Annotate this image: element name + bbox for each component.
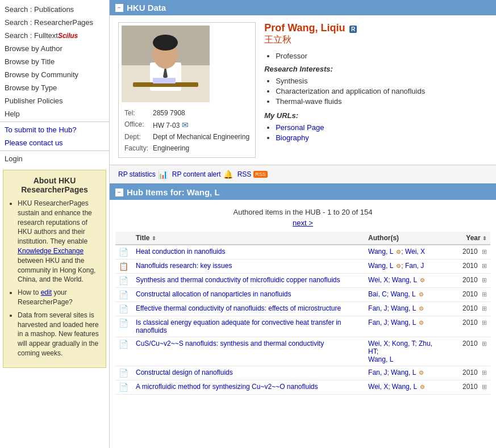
personal-page-link[interactable]: Personal Page bbox=[276, 123, 324, 132]
collapse-hku-data-icon[interactable]: − bbox=[115, 4, 123, 12]
collapse-hub-icon[interactable]: − bbox=[115, 189, 123, 196]
rp-content-alert-item[interactable]: RP content alert 🔔 bbox=[172, 170, 233, 179]
row-title-5: Effective thermal conductivity of nanofl… bbox=[132, 302, 365, 316]
item-title-link-5[interactable]: Effective thermal conductivity of nanofl… bbox=[136, 304, 341, 312]
doc-icon: 📄 bbox=[119, 248, 128, 257]
col-icon-header bbox=[115, 232, 132, 245]
table-row: 📋 Nanofluids research: key issues Wang, … bbox=[115, 259, 490, 274]
sidebar: Search : Publications Search : Researche… bbox=[0, 0, 110, 448]
items-table: Title ⇕ Author(s) Year ⇕ 📄 bbox=[115, 232, 490, 395]
author-link-8b[interactable]: Wang, L bbox=[391, 369, 416, 376]
sidebar-item-browse-community[interactable]: Browse by Community bbox=[0, 68, 109, 81]
svg-point-5 bbox=[153, 35, 178, 51]
export-icon-4[interactable]: ⊞ bbox=[482, 291, 487, 298]
sidebar-item-browse-author[interactable]: Browse by Author bbox=[0, 42, 109, 55]
export-icon-3[interactable]: ⊞ bbox=[482, 277, 487, 283]
author-link-7b[interactable]: Kong, T bbox=[392, 340, 415, 347]
profile-photo bbox=[122, 26, 210, 102]
sidebar-item-login[interactable]: Login bbox=[0, 152, 109, 165]
row-authors-8: Fan, J; Wang, L ⚙ bbox=[365, 366, 445, 380]
sidebar-item-submit-hub[interactable]: To submit to the Hub? bbox=[0, 123, 109, 136]
table-row: 📄 Synthesis and thermal conductivity of … bbox=[115, 274, 490, 288]
author-icon-5: ⚙ bbox=[419, 305, 424, 312]
export-icon-7[interactable]: ⊞ bbox=[482, 340, 487, 347]
author-link-4b[interactable]: Wang, L bbox=[390, 290, 415, 298]
about-box-title: About HKU ResearcherPages bbox=[9, 176, 100, 194]
author-link-7d[interactable]: Wang, L bbox=[368, 355, 393, 363]
author-link-3a[interactable]: Wei, X bbox=[368, 276, 388, 284]
office-map-icon[interactable]: ✉ bbox=[182, 120, 189, 129]
sidebar-item-search-fulltext[interactable]: Search : FulltextSciIus bbox=[0, 29, 109, 42]
row-icon-3: 📄 bbox=[115, 274, 132, 288]
author-link-5b[interactable]: Wang, L bbox=[391, 304, 416, 312]
rp-statistics-item[interactable]: RP statistics 📊 bbox=[118, 170, 168, 179]
author-link-6b[interactable]: Wang, L bbox=[391, 319, 416, 326]
sidebar-item-publisher-policies[interactable]: Publisher Policies bbox=[0, 94, 109, 107]
row-authors-7: Wei, X; Kong, T; Zhu, HT;Wang, L bbox=[365, 337, 445, 366]
col-year-header[interactable]: Year ⇕ bbox=[445, 232, 490, 245]
item-title-link-1[interactable]: Heat conduction in nanofluids bbox=[136, 248, 225, 256]
about-item-2: How to edit your ResearcherPage? bbox=[18, 288, 100, 307]
sidebar-item-search-publications[interactable]: Search : Publications bbox=[0, 3, 109, 16]
table-row: 📄 CuS/Cu~v2~~S nanofluids: synthesis and… bbox=[115, 337, 490, 366]
my-urls-label: My URLs: bbox=[264, 111, 487, 120]
export-icon-8[interactable]: ⊞ bbox=[482, 369, 487, 376]
author-link-6a[interactable]: Fan, J bbox=[368, 319, 387, 326]
author-link-8a[interactable]: Fan, J bbox=[368, 369, 387, 376]
table-row: 📄 Effective thermal conductivity of nano… bbox=[115, 302, 490, 316]
export-icon-5[interactable]: ⊞ bbox=[482, 305, 487, 312]
author-link-3b[interactable]: Wang, L bbox=[392, 276, 417, 284]
row-title-3: Synthesis and thermal conductivity of mi… bbox=[132, 274, 365, 288]
author-link-9a[interactable]: Wei, X bbox=[368, 383, 388, 391]
biography-link[interactable]: Biography bbox=[276, 133, 309, 142]
sidebar-item-help[interactable]: Help bbox=[0, 107, 109, 120]
table-row: 📄 Constructal design of nanofluids Fan, … bbox=[115, 366, 490, 380]
interest-2: Characterization and application of nano… bbox=[276, 87, 487, 95]
item-title-link-7[interactable]: CuS/Cu~v2~~S nanofluids: synthesis and t… bbox=[136, 340, 324, 347]
hub-items-count: Authored items in the HUB - 1 to 20 of 1… bbox=[115, 204, 490, 219]
author-icon-6: ⚙ bbox=[419, 320, 424, 326]
author-link-5a[interactable]: Fan, J bbox=[368, 304, 387, 312]
col-title-header[interactable]: Title ⇕ bbox=[132, 232, 365, 245]
table-row: 📄 A microfluidic method for synthesizing… bbox=[115, 380, 490, 395]
author-link-2a[interactable]: Wang, L bbox=[368, 262, 393, 270]
sidebar-item-browse-title[interactable]: Browse by Title bbox=[0, 55, 109, 68]
author-link-9b[interactable]: Wang, L bbox=[392, 383, 417, 391]
hub-items-next: next > bbox=[115, 219, 490, 227]
item-title-link-4[interactable]: Constructal allocation of nanoparticles … bbox=[136, 290, 291, 298]
item-title-link-2[interactable]: Nanofluids research: key issues bbox=[136, 262, 232, 270]
next-page-link[interactable]: next > bbox=[293, 219, 313, 227]
hub-items-area: Authored items in the HUB - 1 to 20 of 1… bbox=[110, 200, 496, 399]
export-icon-1[interactable]: ⊞ bbox=[482, 248, 487, 255]
col-authors-header[interactable]: Author(s) bbox=[365, 232, 445, 245]
author-link-2b[interactable]: Fan, J bbox=[405, 262, 424, 270]
row-icon-5: 📄 bbox=[115, 302, 132, 316]
rss-item[interactable]: RSS RSS bbox=[237, 170, 268, 178]
rp-statistics-link[interactable]: RP statistics bbox=[118, 170, 156, 178]
author-link-7a[interactable]: Wei, X bbox=[368, 340, 388, 347]
item-title-link-9[interactable]: A microfluidic method for synthesizing C… bbox=[136, 383, 318, 391]
rp-content-alert-link[interactable]: RP content alert bbox=[172, 170, 221, 178]
author-link-4a[interactable]: Bai, C bbox=[368, 290, 387, 298]
sidebar-item-browse-type[interactable]: Browse by Type bbox=[0, 81, 109, 94]
rss-link[interactable]: RSS bbox=[237, 170, 252, 178]
position-list: Professor bbox=[276, 52, 487, 60]
item-title-link-6[interactable]: Is classical energy equation adequate fo… bbox=[136, 319, 341, 334]
export-icon-9[interactable]: ⊞ bbox=[482, 383, 487, 390]
doc-icon: 📄 bbox=[119, 369, 128, 378]
knowledge-exchange-link[interactable]: Knowledge Exchange bbox=[18, 247, 84, 255]
table-row: 📄 Is classical energy equation adequate … bbox=[115, 316, 490, 337]
export-icon-6[interactable]: ⊞ bbox=[482, 319, 487, 326]
author-link-1a[interactable]: Wang, L bbox=[368, 248, 393, 256]
item-title-link-3[interactable]: Synthesis and thermal conductivity of mi… bbox=[136, 276, 340, 284]
row-authors-4: Bai, C; Wang, L ⚙ bbox=[365, 288, 445, 302]
item-title-link-8[interactable]: Constructal design of nanofluids bbox=[136, 369, 233, 376]
research-interests-label: Research Interests: bbox=[264, 65, 487, 73]
sidebar-item-search-researcherpages[interactable]: Search : ResearcherPages bbox=[0, 16, 109, 29]
export-icon-2[interactable]: ⊞ bbox=[482, 262, 487, 269]
edit-link[interactable]: edit bbox=[41, 288, 52, 296]
sidebar-item-contact[interactable]: Please contact us bbox=[0, 136, 109, 149]
author-link-1b[interactable]: Wei, X bbox=[405, 248, 425, 256]
about-item-1: HKU ResearcherPages sustain and enhance … bbox=[18, 199, 100, 284]
r-badge-icon[interactable]: R bbox=[349, 26, 357, 33]
